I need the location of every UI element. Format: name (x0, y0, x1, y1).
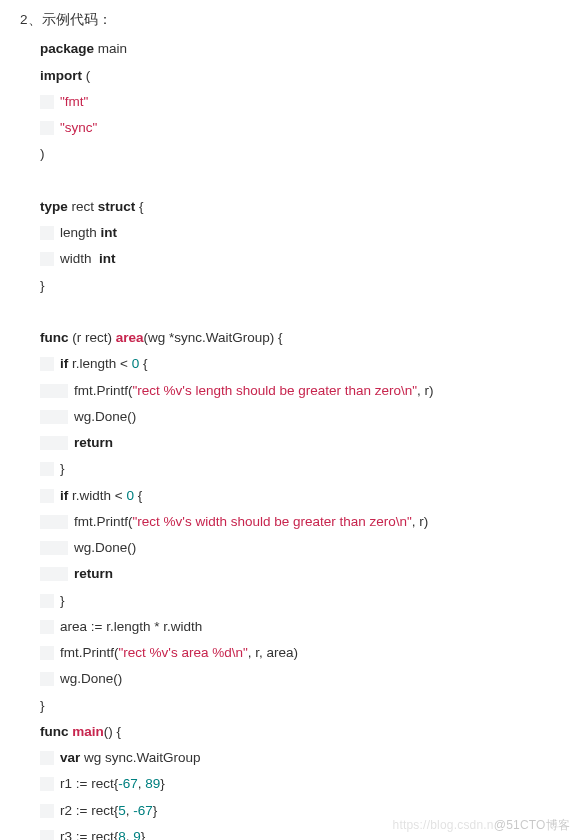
watermark: https://blog.csdn.n@51CTO博客 (393, 816, 570, 834)
code-line: width int (40, 246, 578, 272)
code-line: return (40, 430, 578, 456)
code-line: wg.Done() (40, 535, 578, 561)
code-line: } (40, 693, 578, 719)
code-line: func (r rect) area(wg *sync.WaitGroup) { (40, 325, 578, 351)
code-line: func main() { (40, 719, 578, 745)
code-line: if r.width < 0 { (40, 483, 578, 509)
code-line: fmt.Printf("rect %v's area %d\n", r, are… (40, 640, 578, 666)
code-line: } (40, 456, 578, 482)
section-heading: 2、示例代码： (0, 0, 578, 36)
code-line: r1 := rect{-67, 89} (40, 771, 578, 797)
code-line: "fmt" (40, 89, 578, 115)
code-line: import ( (40, 63, 578, 89)
code-line: "sync" (40, 115, 578, 141)
code-line: package main (40, 36, 578, 62)
code-line: area := r.length * r.width (40, 614, 578, 640)
code-line: wg.Done() (40, 404, 578, 430)
code-line: type rect struct { (40, 194, 578, 220)
code-line: wg.Done() (40, 666, 578, 692)
code-line: } (40, 588, 578, 614)
code-line: var wg sync.WaitGroup (40, 745, 578, 771)
blank-line (40, 168, 578, 194)
code-line: if r.length < 0 { (40, 351, 578, 377)
code-line: fmt.Printf("rect %v's length should be g… (40, 378, 578, 404)
code-line: fmt.Printf("rect %v's width should be gr… (40, 509, 578, 535)
code-line: } (40, 273, 578, 299)
code-line: length int (40, 220, 578, 246)
code-block: package main import ( "fmt" "sync" ) typ… (0, 36, 578, 840)
blank-line (40, 299, 578, 325)
code-line: return (40, 561, 578, 587)
code-line: ) (40, 141, 578, 167)
